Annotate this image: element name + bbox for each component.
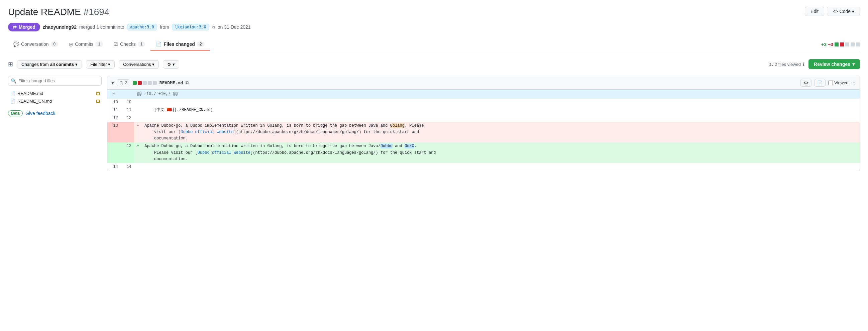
pr-tabs: 💬 Conversation 0 ◎ Commits 1 ☑ Checks 1 …: [8, 38, 860, 51]
diff-sign-10: [134, 99, 142, 106]
diff-file-header: ▾ ⇅ 2 README.md ⧉: [107, 76, 860, 90]
tab-files-changed-label: Files changed: [163, 41, 195, 47]
highlight-golang: Golang: [390, 123, 405, 128]
stat-sq-red-1: [840, 42, 844, 47]
diff-sign-12: [134, 114, 142, 122]
file-name-readme: README.md: [18, 91, 43, 96]
diff-file-header-right: <> 📄 Viewed ···: [801, 79, 856, 87]
beta-badge: Beta: [8, 110, 23, 116]
filter-changed-files-input[interactable]: [8, 76, 102, 86]
new-line-13-del: [121, 122, 134, 143]
diff-stats: [133, 81, 157, 85]
file-filter-button[interactable]: File filter ▾: [86, 60, 115, 68]
head-branch[interactable]: lkxiaolou:3.0: [172, 24, 209, 30]
old-line-10: 10: [107, 99, 121, 106]
files-viewed: 0 / 2 files viewed ℹ: [769, 62, 804, 67]
diff-file-name: README.md: [159, 80, 183, 85]
diff-line-10: 10 10: [107, 99, 860, 106]
old-line-12: 12: [107, 114, 121, 122]
highlight-gox: Go/X: [405, 144, 414, 148]
tab-files-changed[interactable]: 📄 Files changed 2: [151, 38, 210, 51]
code-button[interactable]: <> Code ▾: [827, 7, 860, 16]
pr-date: on 31 Dec 2021: [218, 24, 251, 30]
file-dot-readme: [96, 92, 100, 95]
file-filter-label: File filter: [90, 62, 107, 67]
pr-number: #1694: [84, 7, 110, 17]
file-item-readme-cn[interactable]: 📄 README_CN.md: [8, 97, 102, 105]
base-branch[interactable]: apache:3.0: [127, 24, 157, 30]
stat-sq-gray-1: [845, 42, 849, 47]
file-item-readme[interactable]: 📄 README.md: [8, 90, 102, 97]
tab-conversation[interactable]: 💬 Conversation 0: [8, 38, 64, 51]
highlight-dubbo: Dubbo: [380, 144, 393, 148]
give-feedback-link[interactable]: Give feedback: [25, 111, 56, 116]
chevron-down-changes: ▾: [75, 62, 78, 67]
feedback-section: Beta Give feedback: [8, 110, 102, 116]
diff-expand-icon: ⊞: [8, 61, 13, 68]
stat-add: +3: [821, 42, 827, 47]
line-code-14: [142, 163, 860, 171]
viewed-input[interactable]: [828, 81, 833, 85]
code-icon: <>: [833, 9, 838, 14]
diff-line-14: 14 14: [107, 163, 860, 171]
old-line-11: 11: [107, 106, 121, 114]
merged-text: merged 1 commit into: [79, 24, 124, 30]
conversations-button[interactable]: Conversations ▾: [119, 60, 159, 68]
pr-author[interactable]: zhaoyunxing92: [43, 24, 76, 30]
line-code-13-del: Apache Dubbo-go, a Dubbo implementation …: [142, 122, 860, 143]
filter-input-wrapper: 🔍: [8, 76, 102, 86]
line-code-11: [中文 🇨🇳](./README_CN.md): [142, 106, 860, 114]
diff-layout: 🔍 📄 README.md 📄 README_CN.md Beta Gi: [8, 76, 860, 171]
stat-sq-gray-2: [850, 42, 855, 47]
tab-checks-label: Checks: [120, 41, 136, 47]
line-code-13-add: Apache Dubbo-go, a Dubbo implementation …: [142, 143, 860, 163]
expand-count-button[interactable]: ⇅ 2: [117, 79, 130, 86]
copy-branch-icon[interactable]: ⧉: [212, 25, 215, 29]
diff-hunk-header: ⋯ @@ -10,7 +10,7 @@: [107, 90, 860, 99]
file-view-button[interactable]: 📄: [814, 79, 826, 87]
diff-stat-red-1: [138, 81, 142, 85]
diff-sign-14: [134, 163, 142, 171]
diff-line-11: 11 11 [中文 🇨🇳](./README_CN.md): [107, 106, 860, 114]
tab-checks-count: 1: [138, 41, 146, 47]
review-changes-button[interactable]: Review changes ▾: [808, 59, 860, 69]
diff-table: ⋯ @@ -10,7 +10,7 @@ 10 10: [107, 90, 860, 171]
viewed-checkbox[interactable]: Viewed: [828, 80, 848, 85]
collapse-button[interactable]: ▾: [111, 80, 114, 86]
edit-button[interactable]: Edit: [805, 7, 824, 16]
hunk-expand-icon: ⋯: [107, 90, 121, 99]
file-icon-readme-cn: 📄: [10, 99, 16, 103]
file-name-readme-cn: README_CN.md: [18, 99, 52, 103]
info-icon[interactable]: ℹ: [803, 62, 804, 67]
tab-commits[interactable]: ◎ Commits 1: [64, 38, 108, 51]
conversation-icon: 💬: [13, 41, 19, 47]
diff-sign-11: [134, 106, 142, 114]
tab-files-changed-count: 2: [197, 41, 205, 47]
old-line-14: 14: [107, 163, 121, 171]
files-viewed-text: 0 / 2 files viewed: [769, 62, 801, 67]
file-dot-readme-cn: [96, 100, 100, 103]
hunk-line-num-2: [121, 90, 134, 99]
diff-sign-del: -: [134, 122, 142, 143]
tab-checks[interactable]: ☑ Checks 1: [108, 38, 151, 51]
link-dubbo-official-del: Dubbo official website: [181, 130, 234, 134]
header-actions: Edit <> Code ▾: [805, 7, 860, 16]
files-changed-icon: 📄: [156, 41, 161, 47]
new-line-11: 11: [121, 106, 134, 114]
code-btn-label: Code: [840, 9, 850, 14]
stat-sq-gray-3: [856, 42, 860, 47]
chevron-down-review: ▾: [852, 62, 855, 67]
settings-button[interactable]: ⚙ ▾: [163, 60, 179, 68]
old-line-13: 13: [107, 122, 121, 143]
stat-del: −3: [828, 42, 833, 47]
code-view-button[interactable]: <>: [801, 79, 811, 87]
pr-meta: ⇄ Merged zhaoyunxing92 merged 1 commit i…: [8, 23, 860, 31]
merge-icon: ⇄: [13, 24, 17, 30]
file-item-cn-left: 📄 README_CN.md: [10, 99, 52, 103]
line-code-12: [142, 114, 860, 122]
viewed-label: Viewed: [834, 80, 848, 85]
copy-filename-button[interactable]: ⧉: [186, 80, 189, 86]
more-options-button[interactable]: ···: [851, 80, 856, 86]
pr-title-text: Update README: [8, 7, 81, 17]
changes-from-button[interactable]: Changes from all commits ▾: [17, 60, 82, 68]
